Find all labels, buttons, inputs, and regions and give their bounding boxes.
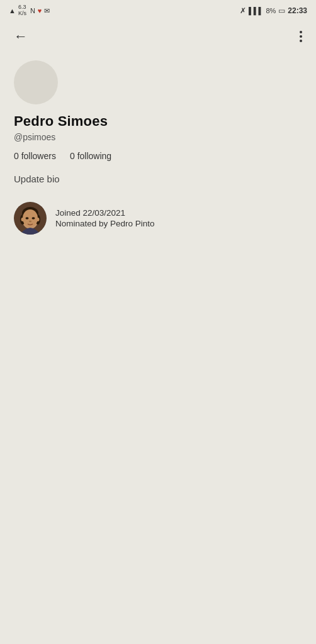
profile-handle: @psimoes [14,132,302,142]
nominator-section: Joined 22/03/2021 Nominated by Pedro Pin… [0,202,316,235]
heart-icon: ♥ [38,7,42,14]
speed-text: 6.3 K/s [18,4,26,17]
followers-label-text: followers [21,151,56,161]
profile-name: Pedro Simoes [14,113,302,130]
status-right: ✗ ▌▌▌ 8% ▭ 22:33 [240,6,307,15]
nominator-avatar [14,202,47,235]
svg-point-7 [32,217,35,219]
battery-percent: 8% [266,7,276,14]
signal-bars-icon: ▌▌▌ [249,7,263,14]
battery-icon: ▭ [278,6,285,15]
following-count: 0 [70,151,75,161]
follow-stats: 0 followers 0 following [14,151,302,161]
svg-point-6 [26,217,29,219]
followers-count: 0 [14,151,19,161]
joined-date: Joined 22/03/2021 [55,208,155,218]
nominated-by: Nominated by Pedro Pinto [55,219,155,228]
more-options-button[interactable] [297,28,305,45]
svg-point-10 [37,218,40,221]
nominator-info: Joined 22/03/2021 Nominated by Pedro Pin… [55,208,155,228]
svg-point-9 [21,218,25,221]
top-nav: ← [0,20,316,53]
status-bar: ▲ 6.3 K/s N ♥ ✉ ✗ ▌▌▌ 8% ▭ 22:33 [0,0,316,20]
back-button[interactable]: ← [11,27,30,46]
time-display: 22:33 [288,6,307,15]
status-left: ▲ 6.3 K/s N ♥ ✉ [9,4,50,17]
profile-avatar [14,60,58,104]
wifi-icon: ▲ [9,7,16,14]
following-stat[interactable]: 0 following [70,151,111,161]
bluetooth-icon: ✗ [240,6,246,15]
profile-section: Pedro Simoes @psimoes 0 followers 0 foll… [0,53,316,184]
bio-text[interactable]: Update bio [14,174,302,184]
email-icon: ✉ [44,7,50,15]
followers-stat[interactable]: 0 followers [14,151,56,161]
dot-2 [300,35,302,38]
dot-3 [300,40,302,42]
svg-point-8 [29,221,31,222]
dot-1 [300,31,302,33]
nominator-avatar-image [14,202,47,235]
following-label: following [77,151,111,161]
nfc-icon: N [30,7,35,14]
